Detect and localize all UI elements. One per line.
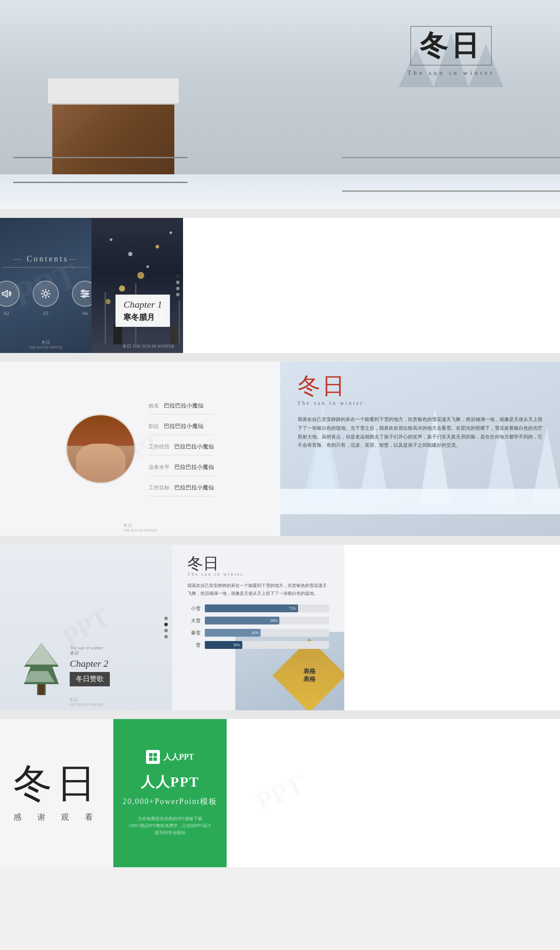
winter-text: 我喜欢自己安安静静的呆在一个能看到下雪的地方，欣赏银色的雪花漫天飞舞，然后铺满一… xyxy=(298,415,543,450)
bar-row-2: 大雪 60% xyxy=(187,617,329,624)
ending-panel: PPT 冬日 感 谢 观 看 xyxy=(0,719,113,867)
goal-label: 工作目标 xyxy=(149,485,170,491)
nav-dot xyxy=(176,281,180,284)
profile-name-row: 姓名 巴拉巴拉小魔仙 xyxy=(149,402,214,414)
cover-title-box: 冬日 The sun in winter xyxy=(407,26,495,77)
nav-dot xyxy=(176,287,180,290)
chapter2-label-block: The sun in winter 冬日 Chapter 2 冬日赞歌 xyxy=(70,645,110,686)
snowflake xyxy=(137,272,144,279)
skill-label: 业务水平 xyxy=(149,464,170,470)
chapter1-title: Chapter 1 xyxy=(123,299,162,310)
bar-chart: 小雪 75% 大雪 60% xyxy=(187,604,329,649)
bar-label-1: 小雪 xyxy=(187,605,200,612)
bar-fill-1: 75% xyxy=(205,604,298,612)
winter-title: 冬日 xyxy=(298,375,543,397)
promotion-panel: 人人PPT 人人PPT 20,000+PowerPoint模板 为你免费提供优质… xyxy=(113,719,227,867)
svg-rect-26 xyxy=(149,757,153,761)
ending-slide: PPT 冬日 感 谢 观 看 人人PPT 人人PPT 20,000+PowerP… xyxy=(0,719,560,867)
table-subtitle: The sun in winter xyxy=(187,571,329,577)
svg-rect-27 xyxy=(153,757,157,761)
chapter1-panel: Chapter 1 寒冬腊月 冬日 THE SUN IN WINTER xyxy=(92,218,183,353)
cover-subtitle: The sun in winter xyxy=(407,70,495,77)
winter-content: 冬日 The sun in winter 我喜欢自己安安静静的呆在一个能看到下雪… xyxy=(298,375,543,450)
snowflake xyxy=(146,265,149,268)
bar-label-2: 大雪 xyxy=(187,618,200,624)
position-label: 职位 xyxy=(149,423,159,429)
chapter2-subtitle: 冬日赞歌 xyxy=(70,672,110,686)
separator-2 xyxy=(0,353,560,362)
bar-track-3: 45% xyxy=(205,629,329,637)
profile-position-row: 职位 巴拉巴拉小魔仙 xyxy=(149,422,214,435)
avatar-face-area xyxy=(76,444,126,482)
separator-4 xyxy=(0,710,560,719)
bar-pct-4: 30% xyxy=(233,643,241,647)
svg-rect-24 xyxy=(149,753,153,757)
profile-experience-row: 工作经历 巴拉巴拉小魔仙 xyxy=(149,443,214,455)
bar-label-3: 暴雪 xyxy=(187,630,200,636)
bar-pct-1: 75% xyxy=(289,606,296,611)
table-text: 我喜欢自己安安静静的呆在一个能看到下雪的地方，欣赏银色的雪花漫天飞舞，然后铺满一… xyxy=(187,582,329,597)
bar-fill-2: 60% xyxy=(205,617,279,624)
snowflake xyxy=(110,238,112,241)
svg-rect-19 xyxy=(280,489,560,514)
fence-right xyxy=(342,157,560,192)
table-title: 冬日 xyxy=(187,556,329,571)
fence-left xyxy=(13,157,187,183)
profile-slide: PPT 姓名 巴拉巴拉小魔仙 职位 巴拉巴拉小魔仙 工作经历 xyxy=(0,362,560,536)
table-content: 冬日 The sun in winter 我喜欢自己安安静静的呆在一个能看到下雪… xyxy=(187,556,329,649)
bar-pct-2: 60% xyxy=(271,618,278,623)
ending-thanks: 感 谢 观 看 xyxy=(14,812,100,822)
nav-dot xyxy=(164,617,168,620)
person xyxy=(170,325,178,344)
skill-value: 巴拉巴拉小魔仙 xyxy=(174,464,214,470)
icon-num-2: 02 xyxy=(4,310,9,317)
snowflake xyxy=(156,245,159,248)
tree-svg xyxy=(22,641,61,697)
ending-title: 冬日 xyxy=(13,764,100,803)
icon-num-4: 04 xyxy=(82,310,88,317)
bar-track-4: 30% xyxy=(205,641,329,649)
bar-row-4: 雪 30% xyxy=(187,641,329,649)
promo-desc: 为你免费提供优质的PPT模板下载 1000+精品PPT教程免费学，让你的PPT设… xyxy=(113,815,227,836)
separator-1 xyxy=(0,209,560,218)
chapter1-background: Chapter 1 寒冬腊月 冬日 THE SUN IN WINTER xyxy=(92,218,183,353)
promo-sub: 20,000+PowerPoint模板 xyxy=(122,796,217,807)
pole xyxy=(179,301,180,344)
bar-label-4: 雪 xyxy=(187,642,200,648)
svg-rect-25 xyxy=(153,753,157,757)
contents-panel: PPT Contents 01 xyxy=(0,218,92,353)
icon-item-2: 02 xyxy=(0,281,20,317)
bar-track-2: 60% xyxy=(205,617,329,624)
svg-rect-21 xyxy=(38,684,44,695)
chapter2-winter-text: The sun in winter xyxy=(70,645,110,650)
bar-fill-4: 30% xyxy=(205,641,242,649)
bar-fill-3: 45% xyxy=(205,629,261,637)
chapter1-branding: 冬日 THE SUN IN WINTER xyxy=(122,343,174,349)
chapter1-subtitle: 寒冬腊月 xyxy=(123,312,162,322)
icon-item-3: 03 xyxy=(33,281,59,317)
winter-subtitle: The sun in winter xyxy=(298,400,543,407)
promo-logo: 人人PPT xyxy=(146,750,194,764)
nav-dot xyxy=(176,275,180,278)
snowflake xyxy=(105,299,111,304)
snowflake xyxy=(119,285,125,292)
snow-overlay xyxy=(92,218,183,353)
profile-info: 姓名 巴拉巴拉小魔仙 职位 巴拉巴拉小魔仙 工作经历 巴拉巴拉小魔仙 业务水平 … xyxy=(149,402,214,496)
promo-logo-text: 人人PPT xyxy=(163,752,194,762)
chapter2-panel: PPT The sun in winter 冬日 Chapter 2 冬日赞歌 xyxy=(0,545,172,710)
chapter2-nav-dots xyxy=(164,617,168,638)
svg-point-3 xyxy=(44,292,48,295)
name-value: 巴拉巴拉小魔仙 xyxy=(164,402,204,409)
goal-value: 巴拉巴拉小魔仙 xyxy=(174,484,214,491)
icon-megaphone xyxy=(0,281,20,307)
title-border: 冬日 xyxy=(411,26,492,65)
icon-num-3: 03 xyxy=(43,310,48,317)
profile-panel: PPT 姓名 巴拉巴拉小魔仙 职位 巴拉巴拉小魔仙 工作经历 xyxy=(0,362,280,536)
chapter2-title: Chapter 2 xyxy=(70,658,110,669)
nav-dot xyxy=(176,293,180,296)
experience-value: 巴拉巴拉小魔仙 xyxy=(174,443,214,450)
watermark: PPT xyxy=(251,769,309,817)
profile-branding: 冬日 THE SUN IN WINTER xyxy=(123,522,157,533)
contents-branding: 冬日 THE SUN IN WINTER xyxy=(29,339,63,349)
bar-pct-3: 45% xyxy=(252,631,259,635)
